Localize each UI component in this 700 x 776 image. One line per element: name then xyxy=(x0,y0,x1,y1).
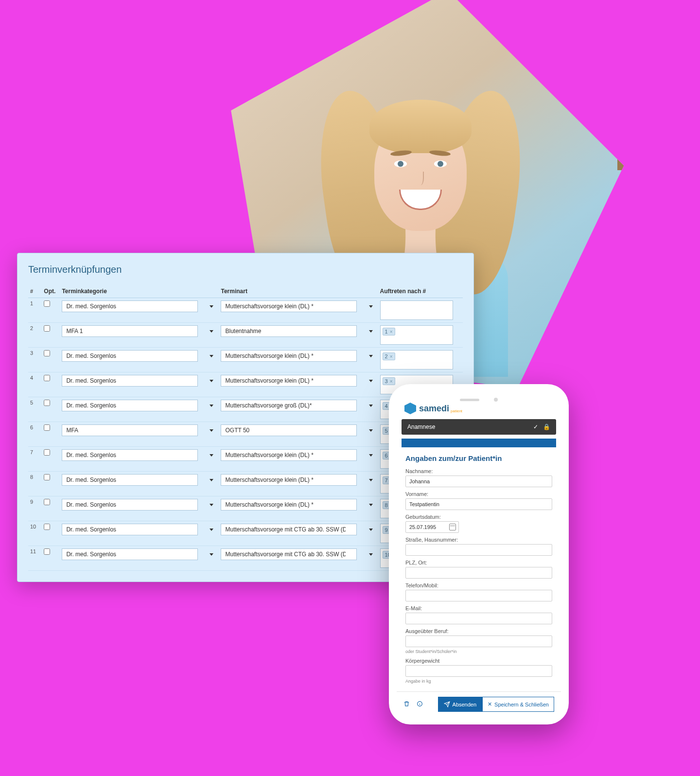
row-num: 4 xyxy=(28,372,42,397)
plz-label: PLZ, Ort: xyxy=(405,560,552,565)
after-box[interactable]: 2× xyxy=(380,350,453,370)
opt-checkbox[interactable] xyxy=(44,424,50,431)
vorname-label: Vorname: xyxy=(405,491,552,497)
form-title-bar[interactable]: Anamnese ✓ 🔒 xyxy=(402,419,556,435)
phone-notch xyxy=(452,395,506,405)
opt-checkbox[interactable] xyxy=(44,325,50,332)
col-type: Terminart xyxy=(219,285,378,298)
nachname-input[interactable] xyxy=(405,476,552,487)
after-tag[interactable]: 3× xyxy=(383,377,395,385)
type-select[interactable]: Mutterschaftsvorsorge klein (DL) * xyxy=(221,300,357,312)
opt-checkbox[interactable] xyxy=(44,449,50,456)
check-icon[interactable]: ✓ xyxy=(533,423,538,430)
after-tag[interactable]: 1× xyxy=(383,328,395,335)
type-select[interactable]: Mutterschaftsvorsorge klein (DL) * xyxy=(221,499,357,511)
tag-remove-icon[interactable]: × xyxy=(390,354,393,359)
form-bar-title: Anamnese xyxy=(407,423,435,430)
type-select[interactable]: Blutentnahme xyxy=(221,325,357,337)
category-select[interactable]: Dr. med. Sorgenlos xyxy=(62,375,198,387)
col-num: # xyxy=(28,285,42,298)
type-select[interactable]: OGTT 50 xyxy=(221,424,357,436)
table-row: 1 Dr. med. Sorgenlos Mutterschaftsvorsor… xyxy=(28,298,463,323)
save-close-button[interactable]: ✕ Speichern & Schließen xyxy=(482,697,554,712)
beruf-input[interactable] xyxy=(405,635,552,647)
brand-sub: patient xyxy=(451,409,462,413)
row-num: 7 xyxy=(28,447,42,472)
nachname-label: Nachname: xyxy=(405,468,552,474)
strasse-input[interactable] xyxy=(405,544,552,556)
opt-checkbox[interactable] xyxy=(44,548,50,555)
send-button[interactable]: Absenden xyxy=(438,697,483,712)
category-select[interactable]: Dr. med. Sorgenlos xyxy=(62,548,198,560)
opt-checkbox[interactable] xyxy=(44,474,50,480)
col-after: Auftreten nach # xyxy=(378,285,463,298)
type-select[interactable]: Mutterschaftsvorsorge klein (DL) * xyxy=(221,449,357,461)
category-select[interactable]: Dr. med. Sorgenlos xyxy=(62,449,198,461)
gewicht-hint: Angabe in kg xyxy=(405,679,552,684)
vorname-input[interactable] xyxy=(405,498,552,510)
category-select[interactable]: Dr. med. Sorgenlos xyxy=(62,499,198,511)
type-select[interactable]: Mutterschaftsvorsorge klein (DL) * xyxy=(221,350,357,362)
row-num: 6 xyxy=(28,422,42,447)
gewicht-input[interactable] xyxy=(405,665,552,677)
send-button-label: Absenden xyxy=(453,702,477,707)
table-row: 2 MFA 1 Blutentnahme 1× xyxy=(28,323,463,348)
tag-remove-icon[interactable]: × xyxy=(390,329,393,335)
category-select[interactable]: MFA xyxy=(62,424,198,436)
category-select[interactable]: Dr. med. Sorgenlos xyxy=(62,350,198,362)
opt-checkbox[interactable] xyxy=(44,375,50,381)
after-tag[interactable]: 2× xyxy=(383,353,395,360)
plz-input[interactable] xyxy=(405,567,552,579)
category-select[interactable]: Dr. med. Sorgenlos xyxy=(62,400,198,411)
email-input[interactable] xyxy=(405,613,552,624)
save-button-label: Speichern & Schließen xyxy=(494,702,549,707)
opt-checkbox[interactable] xyxy=(44,300,50,307)
phone-mockup: samedi patient Anamnese ✓ 🔒 Angaben zum/… xyxy=(389,384,569,724)
row-num: 9 xyxy=(28,496,42,521)
after-box[interactable]: 1× xyxy=(380,325,453,345)
type-select[interactable]: Mutterschaftsvorsorge klein (DL) * xyxy=(221,474,357,486)
row-num: 1 xyxy=(28,298,42,323)
info-icon[interactable] xyxy=(417,700,423,709)
type-select[interactable]: Mutterschaftsvorsorge mit CTG ab 30. SSW… xyxy=(221,548,357,560)
category-select[interactable]: Dr. med. Sorgenlos xyxy=(62,524,198,535)
type-select[interactable]: Mutterschaftsvorsorge klein (DL) * xyxy=(221,375,357,387)
opt-checkbox[interactable] xyxy=(44,400,50,406)
phone-footer: Absenden ✕ Speichern & Schließen xyxy=(397,691,561,717)
telefon-label: Telefon/Mobil: xyxy=(405,582,552,588)
type-select[interactable]: Mutterschaftsvorsorge mit CTG ab 30. SSW… xyxy=(221,524,357,535)
geburt-label: Geburtsdatum: xyxy=(405,514,552,520)
beruf-hint: oder Student*in/Schüler*in xyxy=(405,649,552,654)
brand-logo-icon xyxy=(404,403,416,414)
row-num: 11 xyxy=(28,546,42,571)
after-box[interactable] xyxy=(380,300,453,320)
opt-checkbox[interactable] xyxy=(44,524,50,530)
lock-icon: 🔒 xyxy=(543,423,550,430)
category-select[interactable]: MFA 1 xyxy=(62,325,198,337)
email-label: E-Mail: xyxy=(405,605,552,611)
col-category: Terminkategorie xyxy=(60,285,219,298)
row-num: 5 xyxy=(28,397,42,422)
category-select[interactable]: Dr. med. Sorgenlos xyxy=(62,300,198,312)
form-section-title: Angaben zum/zur Patient*in xyxy=(405,454,552,462)
row-num: 10 xyxy=(28,521,42,546)
row-num: 2 xyxy=(28,323,42,348)
strasse-label: Straße, Hausnummer: xyxy=(405,537,552,543)
close-icon: ✕ xyxy=(488,701,492,707)
trash-icon[interactable] xyxy=(403,700,410,709)
brand-name: samedi xyxy=(419,404,449,414)
table-row: 3 Dr. med. Sorgenlos Mutterschaftsvorsor… xyxy=(28,348,463,372)
beruf-label: Ausgeübter Beruf: xyxy=(405,628,552,634)
opt-checkbox[interactable] xyxy=(44,350,50,356)
calendar-icon[interactable] xyxy=(449,524,456,530)
row-num: 8 xyxy=(28,472,42,496)
category-select[interactable]: Dr. med. Sorgenlos xyxy=(62,474,198,486)
gewicht-label: Körpergewicht xyxy=(405,658,552,664)
opt-checkbox[interactable] xyxy=(44,499,50,505)
tag-remove-icon[interactable]: × xyxy=(390,379,393,384)
telefon-input[interactable] xyxy=(405,590,552,601)
type-select[interactable]: Mutterschaftsvorsorge groß (DL)* xyxy=(221,400,357,411)
panel-title: Terminverknüpfungen xyxy=(28,264,463,275)
col-opt: Opt. xyxy=(42,285,60,298)
row-num: 3 xyxy=(28,348,42,372)
